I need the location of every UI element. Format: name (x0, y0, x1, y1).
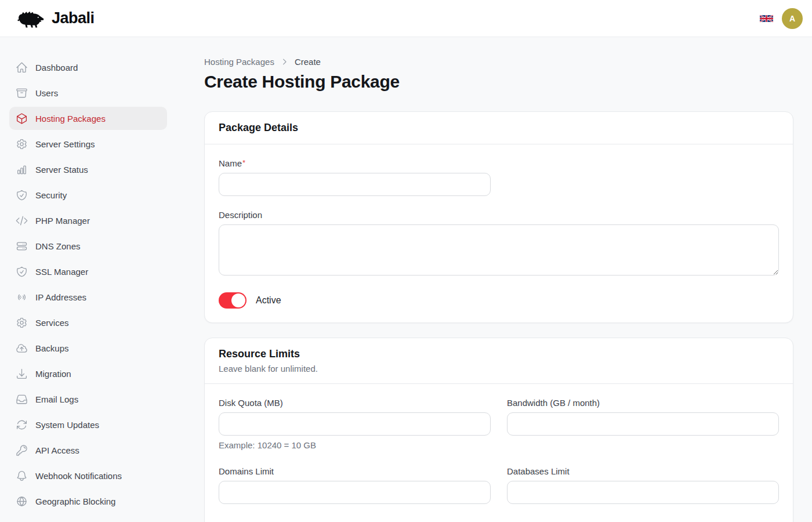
page-title: Create Hosting Package (204, 72, 793, 92)
sidebar-item-api-access[interactable]: API Access (9, 438, 167, 462)
domains-limit-label: Domains Limit (219, 466, 491, 476)
bandwidth-label: Bandwidth (GB / month) (507, 398, 779, 408)
sidebar-item-system-updates[interactable]: System Updates (9, 413, 167, 436)
domains-limit-input[interactable] (219, 481, 491, 504)
sidebar-item-label: PHP Manager (35, 216, 90, 226)
sidebar-item-label: System Updates (35, 420, 99, 430)
resource-limits-card: Resource Limits Leave blank for unlimite… (204, 338, 793, 522)
brand: Jabali (16, 7, 95, 30)
archive-box-icon (16, 87, 28, 99)
sidebar-item-server-status[interactable]: Server Status (9, 158, 167, 181)
cloud-arrow-up-icon (16, 342, 28, 354)
active-toggle-label: Active (256, 295, 281, 306)
code-bracket-icon (16, 215, 28, 227)
home-icon (16, 61, 28, 74)
package-details-header: Package Details (205, 112, 793, 144)
uk-flag-icon[interactable] (760, 14, 773, 23)
required-asterisk: * (242, 158, 245, 167)
server-stack-icon (16, 240, 28, 252)
sidebar-item-geographic-blocking[interactable]: Geographic Blocking (9, 490, 167, 513)
disk-quota-hint: Example: 10240 = 10 GB (219, 440, 491, 450)
name-label: Name* (219, 158, 779, 168)
sidebar-item-label: IP Addresses (35, 292, 86, 302)
domains-limit-field: Domains Limit (219, 466, 491, 504)
sidebar-item-ip-addresses[interactable]: IP Addresses (9, 285, 167, 309)
sidebar-item-label: Server Status (35, 165, 88, 175)
sidebar: DashboardUsersHosting PackagesServer Set… (0, 37, 176, 522)
sidebar-item-services[interactable]: Services (9, 311, 167, 334)
brand-name: Jabali (52, 9, 95, 27)
resource-limits-header: Resource Limits Leave blank for unlimite… (205, 338, 793, 384)
header-actions: A (760, 8, 803, 29)
arrow-path-icon (16, 419, 28, 431)
chevron-right-icon (280, 57, 289, 66)
disk-quota-label: Disk Quota (MB) (219, 398, 491, 408)
disk-quota-field: Disk Quota (MB) Example: 10240 = 10 GB (219, 398, 491, 450)
resource-limits-subtitle: Leave blank for unlimited. (219, 364, 779, 374)
shield-check-icon (16, 266, 28, 278)
cube-icon (16, 113, 28, 125)
active-toggle[interactable] (219, 292, 246, 309)
resource-limits-body: Disk Quota (MB) Example: 10240 = 10 GB B… (205, 384, 793, 522)
description-field: Description (219, 210, 779, 278)
package-details-title: Package Details (219, 122, 779, 134)
breadcrumb: Hosting Packages Create (204, 57, 793, 67)
databases-limit-input[interactable] (507, 481, 779, 504)
sidebar-item-ssl-manager[interactable]: SSL Manager (9, 260, 167, 283)
description-label: Description (219, 210, 779, 220)
sidebar-item-dns-zones[interactable]: DNS Zones (9, 234, 167, 258)
main-content: Hosting Packages Create Create Hosting P… (176, 37, 812, 522)
sidebar-item-hosting-packages[interactable]: Hosting Packages (9, 107, 167, 130)
package-details-body: Name* Description Active (205, 144, 793, 322)
sidebar-item-label: Security (35, 190, 67, 200)
breadcrumb-current: Create (295, 57, 321, 67)
cog-icon (16, 317, 28, 329)
user-avatar[interactable]: A (782, 8, 803, 29)
sidebar-item-label: Services (35, 318, 69, 328)
signal-icon (16, 291, 28, 303)
bandwidth-field: Bandwidth (GB / month) (507, 398, 779, 436)
sidebar-item-users[interactable]: Users (9, 81, 167, 104)
cog-icon (16, 138, 28, 150)
arrow-down-tray-icon (16, 368, 28, 380)
sidebar-item-label: Server Settings (35, 139, 95, 149)
active-toggle-row: Active (219, 292, 779, 309)
breadcrumb-parent[interactable]: Hosting Packages (204, 57, 274, 67)
sidebar-item-email-logs[interactable]: Email Logs (9, 387, 167, 411)
key-icon (16, 444, 28, 456)
sidebar-item-label: Hosting Packages (35, 114, 106, 124)
sidebar-item-label: DNS Zones (35, 241, 81, 251)
toggle-knob (231, 293, 245, 307)
disk-quota-input[interactable] (219, 412, 491, 436)
bandwidth-input[interactable] (507, 412, 779, 436)
sidebar-item-security[interactable]: Security (9, 183, 167, 206)
bell-icon (16, 470, 28, 482)
sidebar-item-label: Email Logs (35, 394, 78, 404)
sidebar-item-label: Webhook Notifications (35, 471, 122, 481)
shield-check-icon (16, 189, 28, 201)
sidebar-item-label: Backups (35, 343, 69, 353)
resource-limits-title: Resource Limits (219, 348, 779, 360)
sidebar-item-label: Dashboard (35, 63, 78, 72)
name-input[interactable] (219, 173, 491, 196)
sidebar-item-label: SSL Manager (35, 267, 88, 277)
sidebar-item-label: Users (35, 88, 58, 98)
globe-icon (16, 495, 28, 507)
package-details-card: Package Details Name* Description Active (204, 111, 793, 323)
sidebar-item-backups[interactable]: Backups (9, 336, 167, 360)
sidebar-item-server-settings[interactable]: Server Settings (9, 132, 167, 155)
sidebar-item-label: Migration (35, 369, 71, 379)
bar-chart-icon (16, 164, 28, 176)
name-field: Name* (219, 158, 779, 196)
sidebar-item-php-manager[interactable]: PHP Manager (9, 209, 167, 232)
sidebar-item-label: Geographic Blocking (35, 496, 115, 506)
sidebar-item-dashboard[interactable]: Dashboard (9, 56, 167, 79)
boar-icon (16, 7, 46, 30)
databases-limit-field: Databases Limit (507, 466, 779, 504)
inbox-icon (16, 393, 28, 405)
sidebar-item-migration[interactable]: Migration (9, 362, 167, 385)
sidebar-item-webhook-notifications[interactable]: Webhook Notifications (9, 464, 167, 487)
databases-limit-label: Databases Limit (507, 466, 779, 476)
app-header: Jabali A (0, 0, 812, 37)
description-textarea[interactable] (219, 224, 779, 276)
